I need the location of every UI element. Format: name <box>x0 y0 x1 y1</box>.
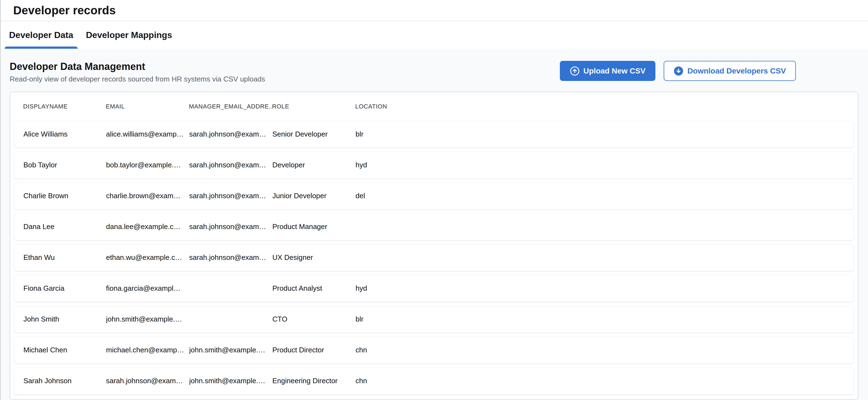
section-header-text: Developer Data Management Read-only view… <box>10 61 265 84</box>
developer-data-panel: Developer Data Management Read-only view… <box>1 49 868 400</box>
table-body: Alice Williams alice.williams@examp… sar… <box>10 121 858 400</box>
page-header: Developer records <box>1 0 868 21</box>
cell-location: del <box>355 192 854 200</box>
arrow-up-circle-icon <box>570 66 580 76</box>
section-header: Developer Data Management Read-only view… <box>1 61 868 84</box>
cell-manager-email: sarah.johnson@exam… <box>189 161 272 169</box>
table-row: Alice Williams alice.williams@examp… sar… <box>14 121 854 148</box>
cell-manager-email: sarah.johnson@exam… <box>189 192 272 200</box>
table-header-row: DISPLAYNAMEEMAILMANAGER_EMAIL_ADDRE…ROLE… <box>10 92 858 121</box>
table-row: Charlie Brown charlie.brown@exam… sarah.… <box>14 183 854 210</box>
cell-displayname: Bob Taylor <box>23 161 106 169</box>
cell-manager-email: john.smith@example.… <box>189 377 272 385</box>
cell-displayname: Fiona Garcia <box>23 284 106 293</box>
cell-role: Product Analyst <box>272 284 355 293</box>
table-row: Dana Lee dana.lee@example.c… sarah.johns… <box>14 213 854 240</box>
cell-displayname: Charlie Brown <box>23 192 106 200</box>
cell-email: sarah.johnson@exam… <box>106 377 189 385</box>
cell-role: Product Director <box>272 346 355 354</box>
table-row: Michael Chen michael.chen@examp… john.sm… <box>14 337 854 364</box>
developer-table: DISPLAYNAMEEMAILMANAGER_EMAIL_ADDRE…ROLE… <box>10 92 858 400</box>
column-header: EMAIL <box>106 103 189 110</box>
upload-new-csv-button[interactable]: Upload New CSV <box>560 61 656 81</box>
cell-role: UX Designer <box>272 253 355 262</box>
table-row: Fiona Garcia fiona.garcia@exampl… Produc… <box>14 275 854 302</box>
tab-developer-data-label: Developer Data <box>9 30 73 40</box>
section-subtitle: Read-only view of developer records sour… <box>10 75 265 84</box>
table-row: Bob Taylor bob.taylor@example.… sarah.jo… <box>14 152 854 179</box>
cell-displayname: Sarah Johnson <box>23 377 106 385</box>
tab-developer-mappings[interactable]: Developer Mappings <box>82 21 177 49</box>
upload-new-csv-label: Upload New CSV <box>584 67 646 75</box>
cell-email: john.smith@example.… <box>106 315 189 324</box>
cell-email: alice.williams@examp… <box>106 130 189 139</box>
cell-location: chn <box>355 377 854 385</box>
cell-email: michael.chen@examp… <box>106 346 189 354</box>
column-header: DISPLAYNAME <box>23 103 106 110</box>
page-title: Developer records <box>13 4 116 17</box>
cell-displayname: John Smith <box>23 315 106 324</box>
cell-email: dana.lee@example.c… <box>106 222 189 231</box>
table-row-partial <box>14 398 854 400</box>
download-developers-csv-button[interactable]: Download Developers CSV <box>664 61 796 81</box>
cell-manager-email: sarah.johnson@exam… <box>189 222 272 231</box>
cell-email: ethan.wu@example.c… <box>106 253 189 262</box>
cell-location: blr <box>355 315 854 324</box>
cell-displayname: Dana Lee <box>23 222 106 231</box>
cell-displayname: Ethan Wu <box>23 253 106 262</box>
cell-manager-email: john.smith@example.… <box>189 346 272 354</box>
cell-displayname: Michael Chen <box>23 346 106 354</box>
cell-location: hyd <box>355 161 854 169</box>
cell-location: hyd <box>355 284 854 293</box>
tab-developer-mappings-label: Developer Mappings <box>86 30 172 40</box>
arrow-down-circle-icon <box>674 66 683 76</box>
column-header: ROLE <box>272 103 355 110</box>
csv-button-group: Upload New CSV Download Developers CSV <box>560 61 796 81</box>
cell-email: charlie.brown@exam… <box>106 192 189 200</box>
cell-role: CTO <box>272 315 355 324</box>
cell-role: Senior Developer <box>272 130 355 139</box>
cell-email: fiona.garcia@exampl… <box>106 284 189 293</box>
column-header: LOCATION <box>355 103 858 110</box>
column-header: MANAGER_EMAIL_ADDRE… <box>189 103 272 110</box>
download-developers-csv-label: Download Developers CSV <box>687 67 786 75</box>
table-row: Ethan Wu ethan.wu@example.c… sarah.johns… <box>14 244 854 271</box>
cell-displayname: Alice Williams <box>23 130 106 139</box>
table-row: Sarah Johnson sarah.johnson@exam… john.s… <box>14 368 854 395</box>
cell-role: Engineering Director <box>272 377 355 385</box>
cell-email: bob.taylor@example.… <box>106 161 189 169</box>
cell-role: Product Manager <box>272 222 355 231</box>
table-row: John Smith john.smith@example.… CTO blr <box>14 306 854 333</box>
cell-role: Junior Developer <box>272 192 355 200</box>
cell-manager-email: sarah.johnson@exam… <box>189 253 272 262</box>
section-title: Developer Data Management <box>10 61 265 72</box>
tab-developer-data[interactable]: Developer Data <box>5 21 78 49</box>
cell-manager-email: sarah.johnson@exam… <box>189 130 272 139</box>
cell-location: blr <box>355 130 854 139</box>
tab-bar: Developer Data Developer Mappings <box>1 21 868 49</box>
cell-role: Developer <box>272 161 355 169</box>
cell-location: chn <box>355 346 854 354</box>
